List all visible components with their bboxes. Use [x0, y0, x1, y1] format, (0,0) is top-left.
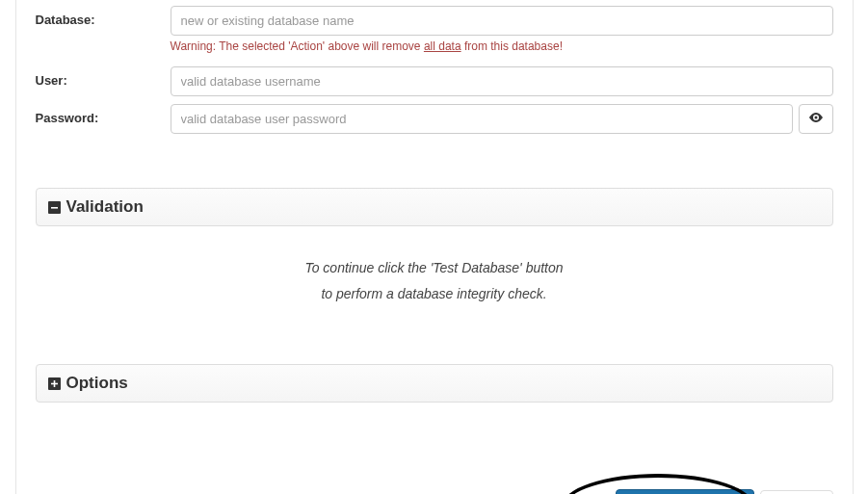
svg-rect-0	[51, 207, 58, 209]
warning-post: from this database!	[461, 39, 563, 53]
test-database-button[interactable]: Test Database	[616, 489, 754, 494]
warning-pre: Warning: The selected 'Action' above wil…	[171, 39, 424, 53]
options-title: Options	[66, 374, 128, 393]
password-input[interactable]	[171, 104, 793, 134]
warning-link: all data	[424, 39, 461, 53]
user-label: User:	[36, 66, 171, 88]
validation-title: Validation	[66, 197, 144, 217]
eye-icon	[808, 110, 824, 128]
user-input[interactable]	[171, 66, 833, 96]
options-toggle[interactable]: Options	[48, 374, 821, 393]
database-label: Database:	[36, 6, 171, 27]
options-panel: Options	[36, 364, 833, 403]
minus-square-icon	[48, 201, 61, 214]
plus-square-icon	[48, 377, 61, 390]
validation-toggle[interactable]: Validation	[48, 197, 821, 217]
toggle-password-button[interactable]	[799, 104, 833, 134]
next-button[interactable]: Next	[760, 490, 833, 494]
validation-message: To continue click the 'Test Database' bu…	[36, 255, 833, 306]
svg-rect-2	[53, 380, 55, 387]
password-label: Password:	[36, 104, 171, 125]
database-input[interactable]	[171, 6, 833, 36]
database-warning: Warning: The selected 'Action' above wil…	[171, 39, 833, 53]
validation-panel: Validation	[36, 188, 833, 226]
